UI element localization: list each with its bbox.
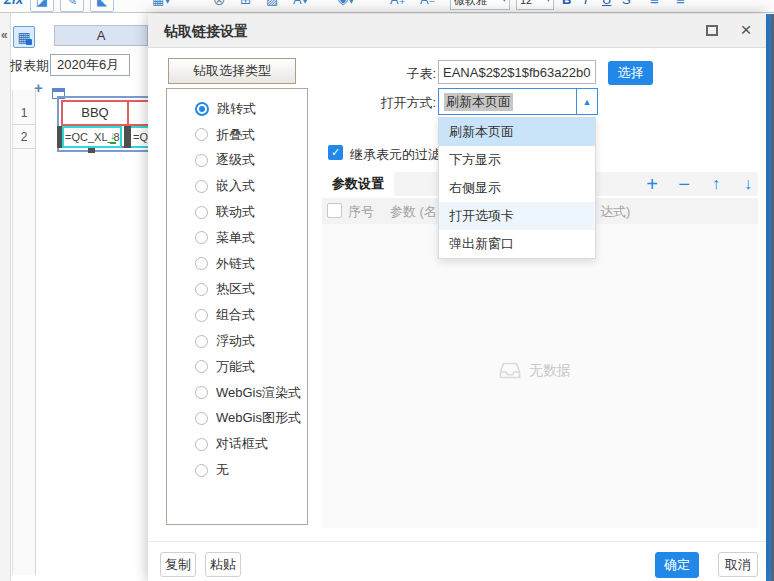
radio-label: 外链式 [216,255,255,273]
drill-type-option-9[interactable]: 浮动式 [167,328,307,354]
open-mode-option-4[interactable]: 弹出新窗口 [439,230,595,258]
radio-label: 组合式 [216,306,255,324]
drill-type-option-4[interactable]: 联动式 [167,199,307,225]
drill-type-option-14[interactable]: 无 [167,457,307,483]
move-handle-icon[interactable]: + [34,80,43,95]
radio-label: 热区式 [216,280,255,298]
drill-type-option-7[interactable]: 热区式 [167,277,307,303]
drill-type-option-13[interactable]: 对话框式 [167,431,307,457]
open-mode-option-0[interactable]: 刷新本页面 [439,118,595,146]
maximize-icon[interactable] [706,25,718,36]
radio-icon [195,386,208,399]
open-mode-option-1[interactable]: 下方显示 [439,146,595,174]
cell-anchor-divider [124,126,131,148]
top-toolbar: Σfx 微软雅 ▾ 12 ▾ ◪✎◣▦▾⊗⊞▨A▾◈▾A₊A₋BIUS≡≡ [0,0,774,13]
select-arrow-button[interactable]: ▲ [576,89,597,114]
ok-button[interactable]: 确定 [655,552,699,578]
radio-label: 无 [216,461,229,479]
fill-color-icon[interactable]: ◈▾ [338,0,355,13]
left-rail [0,13,11,581]
drill-type-list: 跳转式折叠式逐级式嵌入式联动式菜单式外链式热区式组合式浮动式万能式WebGis渲… [166,88,308,525]
bold-icon[interactable]: B [562,0,571,13]
format-brush-icon-button[interactable]: ◣ [90,0,114,12]
col-param-name: 参数 (名 [390,203,437,221]
drill-type-option-12[interactable]: WebGis图形式 [167,406,307,432]
eraser-icon-button[interactable]: ◪ [30,0,54,12]
drill-type-option-2[interactable]: 逐级式 [167,148,307,174]
drill-type-option-11[interactable]: WebGis渲染式 [167,380,307,406]
font-color-icon[interactable]: A▾ [293,0,308,13]
cancel-button[interactable]: 取消 [718,552,758,577]
drill-type-option-0[interactable]: 跳转式 [167,96,307,122]
radio-icon [195,154,208,167]
footer-divider [148,541,766,542]
align-icon-1[interactable]: ≡ [650,0,659,13]
radio-icon [195,309,208,322]
select-all-checkbox[interactable] [327,203,342,218]
open-mode-option-3[interactable]: 打开选项卡 [439,202,595,230]
drill-type-option-1[interactable]: 折叠式 [167,122,307,148]
drill-type-option-3[interactable]: 嵌入式 [167,173,307,199]
cell-divider [127,102,129,124]
radio-icon [195,283,208,296]
subtable-input[interactable] [438,60,596,84]
row-gutter [12,90,36,575]
clear-icon[interactable]: ⊗ [213,0,226,13]
radio-icon [195,257,208,270]
move-down-icon[interactable]: ↓ [738,172,758,196]
radio-icon [195,206,208,219]
col-serial: 序号 [348,203,374,221]
radio-icon [195,231,208,244]
strike-icon[interactable]: S [622,0,631,13]
diagonal-line-icon[interactable]: ▨ [266,0,278,13]
formula-icon[interactable]: Σfx [4,0,23,13]
dialog-titlebar: 钻取链接设置 × [148,14,766,48]
merge-cell-icon[interactable]: ⊞ [240,0,251,13]
cell-bbq[interactable]: BBQ [63,102,127,124]
screen: Σfx 微软雅 ▾ 12 ▾ ◪✎◣▦▾⊗⊞▨A▾◈▾A₊A₋BIUS≡≡ « … [0,0,774,581]
paste-button[interactable]: 粘贴 [205,552,241,577]
drill-type-option-10[interactable]: 万能式 [167,354,307,380]
report-period-label: 报表期 [10,57,49,75]
font-family-select[interactable]: 微软雅 ▾ [450,0,510,10]
open-mode-option-2[interactable]: 右侧显示 [439,174,595,202]
insert-down-icon: ↓ [110,129,116,144]
drill-type-option-6[interactable]: 外链式 [167,251,307,277]
remove-param-icon[interactable]: − [674,172,694,196]
radio-icon [195,412,208,425]
sheet-info-button[interactable]: ▦ [13,26,35,48]
eraser-icon: ◪ [36,0,48,8]
close-icon[interactable]: × [736,14,756,48]
drill-type-option-5[interactable]: 菜单式 [167,225,307,251]
align-icon-2[interactable]: ≡ [676,0,685,13]
move-up-icon[interactable]: ↑ [706,172,726,196]
font-smaller-icon[interactable]: A₋ [420,0,436,13]
inherit-filter-checkbox[interactable]: ✓ [328,145,343,160]
radio-label: WebGis渲染式 [216,384,301,402]
dialog-title: 钻取链接设置 [164,14,248,48]
row-header-1[interactable]: 1 [12,101,36,125]
font-larger-icon[interactable]: A₊ [390,0,406,13]
drill-type-option-8[interactable]: 组合式 [167,302,307,328]
font-size-select[interactable]: 12 ▾ [516,0,554,10]
row-header-2[interactable]: 2 [12,125,36,149]
table-style-icon[interactable]: ▦▾ [152,0,171,13]
tab-param-settings[interactable]: 参数设置 [322,172,394,196]
add-param-icon[interactable]: + [642,172,662,196]
column-header-a[interactable]: A [54,25,148,46]
format-brush-icon: ◣ [97,0,107,8]
open-mode-select[interactable]: 刷新本页面 ▲ [438,88,598,115]
choose-button[interactable]: 选择 [608,61,653,85]
open-mode-label: 打开方式: [356,94,436,112]
report-period-input[interactable]: 2020年6月 [50,54,130,76]
radio-icon [195,335,208,348]
selection-handle[interactable] [88,148,95,153]
radio-icon [195,128,208,141]
italic-icon[interactable]: I [584,0,588,13]
underline-icon[interactable]: U [602,0,611,13]
col-param-expr: 达式) [600,203,630,221]
edit-icon-button[interactable]: ✎ [60,0,84,12]
info-dot-icon [26,39,32,45]
collapse-panel-icon[interactable]: « [1,28,8,42]
copy-button[interactable]: 复制 [160,552,196,577]
